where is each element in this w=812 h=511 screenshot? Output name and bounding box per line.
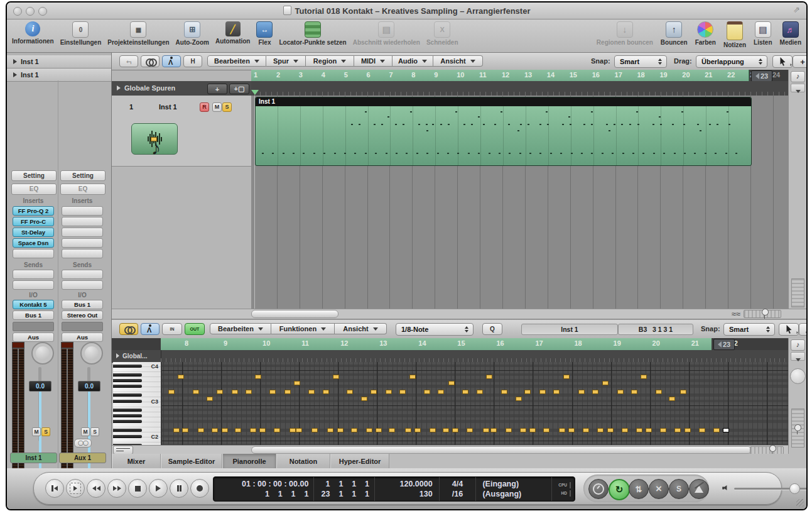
insert-slot[interactable]: FF Pro-C <box>13 217 54 226</box>
insert-slot[interactable]: Space Dsn <box>13 238 54 248</box>
midi-note[interactable] <box>656 390 662 394</box>
midi-note[interactable] <box>337 428 344 432</box>
midi-note[interactable] <box>539 390 546 394</box>
insert-slot[interactable] <box>62 238 103 248</box>
waveform-zoom-icon[interactable]: ≈≈ <box>732 309 740 319</box>
midi-note[interactable] <box>602 381 609 385</box>
midi-note[interactable] <box>255 375 261 379</box>
toolbar-bouncen[interactable]: ↑Bouncen <box>661 21 688 48</box>
midi-note[interactable] <box>414 428 421 432</box>
midi-note[interactable] <box>376 428 382 432</box>
pianoroll-grid[interactable] <box>162 362 801 445</box>
toolbar-einstellungen[interactable]: 0Einstellungen <box>60 21 102 46</box>
midi-note-selected[interactable] <box>723 428 729 432</box>
midi-note[interactable] <box>168 390 175 394</box>
toolbar-auto-zoom[interactable]: ⊞Auto-Zoom <box>176 21 209 46</box>
setting-button[interactable]: Setting <box>11 170 57 181</box>
midi-note[interactable] <box>597 428 604 432</box>
pr-end-marker[interactable]: 23 <box>713 339 735 350</box>
track-mute-button[interactable]: M <box>212 102 222 112</box>
toolbar-informationen[interactable]: iInformationen <box>12 21 54 46</box>
midi-note[interactable] <box>246 390 252 394</box>
midi-note[interactable] <box>327 428 333 432</box>
pr-vertical-zoom-slider[interactable] <box>791 409 804 448</box>
zoom-thumb[interactable] <box>769 445 775 454</box>
midi-note[interactable] <box>438 390 444 394</box>
fader-value[interactable]: 0.0 <box>29 381 51 392</box>
record-enable-button[interactable]: R <box>200 102 209 112</box>
end-marker[interactable]: 23 <box>751 70 772 82</box>
keyboard-octave[interactable] <box>113 441 161 445</box>
midi-note[interactable] <box>371 390 377 394</box>
midi-note[interactable] <box>674 428 681 432</box>
midi-note[interactable] <box>198 428 204 432</box>
tab-sample-editor[interactable]: Sample-Editor <box>161 454 222 468</box>
transport-display[interactable]: 01 : 00 : 00 : 00.00 1 1 1 1 1 1 1 1 23 … <box>213 476 575 502</box>
midi-note[interactable] <box>607 428 614 432</box>
track-solo-button[interactable]: S <box>222 102 232 112</box>
toolbar-notizen[interactable]: Notizen <box>723 21 746 48</box>
midi-note[interactable] <box>713 428 720 432</box>
pr-cycle-region[interactable] <box>161 338 712 350</box>
midi-note[interactable] <box>617 390 624 394</box>
transport-rewind-button[interactable] <box>87 479 106 498</box>
midi-note[interactable] <box>296 428 302 432</box>
quantize-dropdown[interactable]: 1/8-Note <box>396 323 474 336</box>
midi-note[interactable] <box>486 375 492 379</box>
drag-dropdown[interactable]: Überlappung <box>696 55 767 68</box>
add-track-button[interactable]: + <box>207 84 227 94</box>
black-key[interactable] <box>113 414 142 417</box>
pr-link-button[interactable] <box>119 323 138 335</box>
pencil-tool-button[interactable]: + <box>793 55 808 68</box>
midi-note[interactable] <box>592 390 598 394</box>
arrange-menu-spur[interactable]: Spur <box>266 55 306 67</box>
transport-play-from-selection-button[interactable] <box>66 479 85 498</box>
back-button[interactable]: ⮢ <box>119 55 138 67</box>
pianoroll-ruler[interactable]: 8910111213141516171819202122 23 <box>112 338 789 350</box>
midi-note[interactable] <box>207 397 213 401</box>
midi-note[interactable] <box>583 428 589 432</box>
io-slot[interactable]: Kontakt 5 <box>13 300 54 309</box>
midi-note[interactable] <box>646 428 652 432</box>
pianoroll-hscrollbar[interactable] <box>112 445 789 454</box>
setting-button[interactable]: Setting <box>60 170 106 181</box>
arrange-menu-bearbeiten[interactable]: Bearbeiten <box>207 55 266 67</box>
midi-note[interactable] <box>578 390 585 394</box>
black-key[interactable] <box>113 365 142 368</box>
midi-note[interactable] <box>399 390 406 394</box>
disclosure-triangle-icon[interactable] <box>13 72 17 77</box>
title-bar[interactable]: Tutorial 018 Kontakt – Kreatives Samplin… <box>7 3 806 19</box>
midi-note[interactable] <box>311 428 318 432</box>
transport-tuner-button[interactable] <box>588 479 609 499</box>
mute-button[interactable]: M <box>81 427 90 436</box>
midi-note[interactable] <box>333 375 339 379</box>
midi-note[interactable] <box>269 390 276 394</box>
midi-note[interactable] <box>232 390 238 394</box>
midi-note[interactable] <box>490 428 497 432</box>
midi-note[interactable] <box>467 428 473 432</box>
send-slot[interactable] <box>13 280 54 290</box>
midi-note[interactable] <box>506 428 512 432</box>
pr-pointer-tool-button[interactable] <box>779 323 799 336</box>
midi-note[interactable] <box>212 428 218 432</box>
zoom-thumb[interactable] <box>794 424 800 434</box>
midi-note[interactable] <box>193 390 199 394</box>
midi-note[interactable] <box>543 428 549 432</box>
disclosure-triangle-icon[interactable] <box>13 59 17 64</box>
black-key[interactable] <box>113 373 142 376</box>
midi-note[interactable] <box>323 390 329 394</box>
midi-note[interactable] <box>641 375 647 379</box>
midi-note[interactable] <box>448 381 455 385</box>
midi-note[interactable] <box>235 428 241 432</box>
midi-note[interactable] <box>405 428 411 432</box>
channel-nameplate[interactable]: Inst 1 <box>10 453 57 463</box>
midi-note[interactable] <box>217 390 223 394</box>
piano-keyboard[interactable]: C4C3C2 <box>113 362 162 445</box>
io-slot[interactable]: Bus 1 <box>62 300 103 309</box>
track-icon[interactable]: ♪ <box>131 123 178 155</box>
resize-grip[interactable] <box>796 499 804 507</box>
playhead-marker[interactable] <box>251 90 259 95</box>
arrange-menu-ansicht[interactable]: Ansicht <box>433 55 483 67</box>
black-key[interactable] <box>113 379 142 382</box>
midi-note[interactable] <box>351 428 357 432</box>
